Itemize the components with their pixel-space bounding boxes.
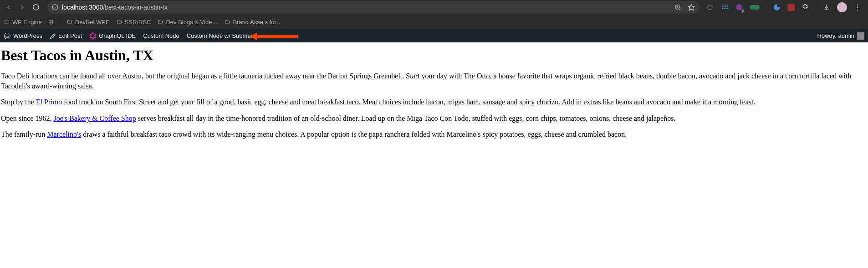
extension-red-icon[interactable]: [787, 4, 795, 11]
svg-point-16: [92, 38, 93, 39]
page-title: Best Tacos in Austin, TX: [1, 47, 867, 64]
wp-menu-label: Custom Node: [143, 32, 179, 39]
nav-forward-button[interactable]: [17, 2, 27, 12]
separator: [816, 3, 816, 11]
link-el-primo[interactable]: El Primo: [36, 98, 62, 106]
extension-blue-icon[interactable]: [773, 3, 781, 11]
pencil-icon: [50, 33, 56, 39]
text-run: The family-run: [1, 130, 47, 138]
extension-green-icon[interactable]: [750, 5, 760, 10]
nav-back-button[interactable]: [4, 2, 14, 12]
bookmark-label: Brand Assets for…: [233, 19, 282, 26]
browser-right-icons: ⠿⠿ 8 ⋮: [706, 2, 864, 12]
wp-menu-edit-post[interactable]: Edit Post: [50, 32, 82, 39]
extensions-puzzle-icon[interactable]: [801, 3, 809, 11]
text-run: draws a faithful breakfast taco crowd wi…: [81, 130, 627, 138]
wp-menu-graphiql-ide[interactable]: GraphiQL IDE: [89, 32, 136, 40]
page-content: Best Tacos in Austin, TX Taco Deli locat…: [0, 47, 868, 139]
paragraph: The family-run Marcelino's draws a faith…: [1, 129, 867, 139]
extension-icon[interactable]: [706, 3, 714, 11]
wp-howdy-text[interactable]: Howdy, admin: [817, 32, 854, 39]
wp-menu-custom-node[interactable]: Custom Node: [143, 32, 179, 39]
wordpress-icon: [4, 32, 11, 40]
address-bar[interactable]: localhost:3000/best-tacos-in-austin-tx: [47, 1, 700, 14]
svg-line-4: [679, 9, 680, 10]
wp-menu-label: GraphiQL IDE: [99, 32, 136, 39]
bookmark-star-icon[interactable]: [688, 4, 695, 11]
text-run: serves breakfast all day in the time-hon…: [136, 114, 676, 122]
link-joes-bakery[interactable]: Joe's Bakery & Coffee Shop: [54, 114, 136, 122]
text-run: food truck on South First Street and get…: [62, 98, 755, 106]
svg-point-14: [95, 34, 96, 35]
separator: [766, 3, 766, 11]
wp-user-avatar[interactable]: [857, 32, 864, 40]
svg-point-18: [90, 34, 91, 35]
zoom-icon[interactable]: [674, 4, 681, 11]
wp-admin-bar: WordPress Edit Post GraphiQL IDE Custom …: [0, 29, 868, 42]
folder-icon: [66, 19, 73, 25]
url-text: localhost:3000/best-tacos-in-austin-tx: [62, 4, 168, 11]
paragraph: Taco Deli locations can be found all ove…: [1, 71, 867, 91]
folder-icon: [116, 19, 123, 25]
bookmark-label: DevRel WPE: [75, 19, 110, 26]
svg-marker-7: [688, 4, 694, 10]
bookmark-label: Dev Blogs & Vide…: [166, 19, 218, 26]
folder-icon: [4, 19, 10, 25]
profile-avatar[interactable]: [837, 2, 847, 12]
bookmarks-bar: WP Engine ⊞ DevRel WPE SSR/RSC Dev Blogs…: [0, 15, 868, 29]
text-run: Stop by the: [1, 98, 36, 106]
browser-menu-icon[interactable]: ⋮: [853, 3, 862, 11]
folder-icon: [157, 19, 163, 25]
apps-shortcut-icon[interactable]: ⊞: [48, 19, 53, 26]
text-run: Open since 1962,: [1, 114, 54, 122]
bookmark-label: SSR/RSC: [125, 19, 151, 26]
wp-menu-wordpress[interactable]: WordPress: [4, 32, 42, 40]
download-icon[interactable]: [822, 3, 831, 11]
bookmark-item[interactable]: SSR/RSC: [116, 19, 151, 26]
apps-grid-icon[interactable]: ⠿⠿: [720, 3, 729, 11]
browser-chrome: localhost:3000/best-tacos-in-austin-tx ⠿…: [0, 0, 868, 29]
wp-menu-label: WordPress: [13, 32, 42, 39]
wp-menu-label: Custom Node w/ Submenu: [187, 32, 257, 39]
browser-toolbar: localhost:3000/best-tacos-in-austin-tx ⠿…: [0, 0, 868, 15]
bookmark-item[interactable]: DevRel WPE: [66, 19, 110, 26]
graphql-icon: [89, 32, 97, 40]
separator: [60, 18, 60, 26]
nav-reload-button[interactable]: [31, 2, 41, 12]
extension-badge-count: 8: [741, 9, 745, 13]
wp-menu-label: Edit Post: [58, 32, 82, 39]
wp-menu-custom-node-submenu[interactable]: Custom Node w/ Submenu: [187, 32, 257, 39]
extension-badge-icon[interactable]: 8: [735, 3, 743, 11]
bookmark-item[interactable]: Brand Assets for…: [224, 19, 282, 26]
paragraph: Stop by the El Primo food truck on South…: [1, 97, 867, 107]
paragraph: Open since 1962, Joe's Bakery & Coffee S…: [1, 113, 867, 124]
bookmark-item[interactable]: Dev Blogs & Vide…: [157, 19, 218, 26]
folder-icon: [224, 19, 230, 25]
bookmark-item[interactable]: WP Engine: [4, 19, 42, 26]
site-info-icon[interactable]: [52, 4, 58, 10]
bookmark-label: WP Engine: [12, 19, 42, 26]
link-marcelinos[interactable]: Marcelino's: [47, 130, 81, 138]
svg-point-8: [708, 5, 713, 10]
